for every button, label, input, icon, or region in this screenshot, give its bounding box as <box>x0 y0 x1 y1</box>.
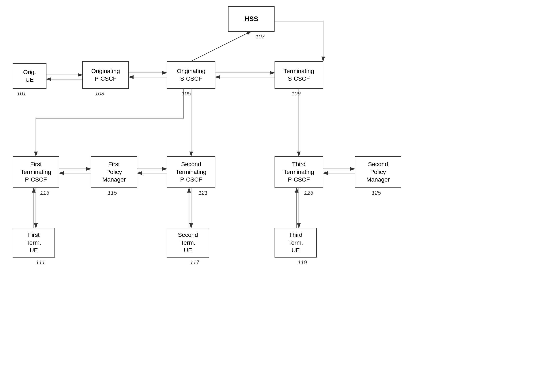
second-term-ue-id: 117 <box>190 259 199 266</box>
hss-node: HSS <box>228 6 275 32</box>
term-scscf-node: TerminatingS-CSCF <box>275 61 323 89</box>
first-term-pcscf-id: 113 <box>40 189 49 196</box>
third-term-ue-node: ThirdTerm.UE <box>275 228 317 258</box>
second-policy-mgr-label: SecondPolicyManager <box>366 160 390 184</box>
orig-scscf-node: OriginatingS-CSCF <box>167 61 215 89</box>
third-term-pcscf-id: 123 <box>304 189 313 196</box>
hss-id: 107 <box>255 33 265 40</box>
orig-pcscf-node: OriginatingP-CSCF <box>82 61 129 89</box>
hss-label: HSS <box>244 15 258 23</box>
first-term-pcscf-node: FirstTerminatingP-CSCF <box>13 156 59 188</box>
orig-pcscf-label: OriginatingP-CSCF <box>91 67 120 83</box>
second-term-pcscf-label: SecondTerminatingP-CSCF <box>176 160 206 184</box>
second-term-ue-label: SecondTerm.UE <box>178 231 198 254</box>
term-scscf-id: 109 <box>291 90 300 97</box>
first-policy-mgr-node: FirstPolicyManager <box>91 156 137 188</box>
second-term-pcscf-id: 121 <box>199 189 208 196</box>
second-term-pcscf-node: SecondTerminatingP-CSCF <box>167 156 215 188</box>
svg-line-0 <box>191 31 251 61</box>
orig-pcscf-id: 103 <box>95 90 104 97</box>
second-term-ue-node: SecondTerm.UE <box>167 228 209 258</box>
orig-ue-label: Orig.UE <box>23 68 36 84</box>
orig-ue-id: 101 <box>17 90 26 97</box>
first-term-pcscf-label: FirstTerminatingP-CSCF <box>21 160 51 184</box>
orig-scscf-label: OriginatingS-CSCF <box>177 67 205 83</box>
third-term-ue-id: 119 <box>298 259 307 266</box>
term-scscf-label: TerminatingS-CSCF <box>284 67 314 83</box>
first-term-ue-node: FirstTerm.UE <box>13 228 55 258</box>
first-term-ue-label: FirstTerm.UE <box>26 231 41 254</box>
third-term-ue-label: ThirdTerm.UE <box>288 231 303 254</box>
orig-ue-node: Orig.UE <box>13 63 46 89</box>
first-term-ue-id: 111 <box>36 259 45 266</box>
third-term-pcscf-node: ThirdTerminatingP-CSCF <box>275 156 323 188</box>
first-policy-mgr-id: 115 <box>108 189 117 196</box>
second-policy-mgr-id: 125 <box>372 189 381 196</box>
first-policy-mgr-label: FirstPolicyManager <box>102 160 126 184</box>
second-policy-mgr-node: SecondPolicyManager <box>355 156 401 188</box>
orig-scscf-id: 105 <box>182 90 191 97</box>
third-term-pcscf-label: ThirdTerminatingP-CSCF <box>284 160 314 184</box>
